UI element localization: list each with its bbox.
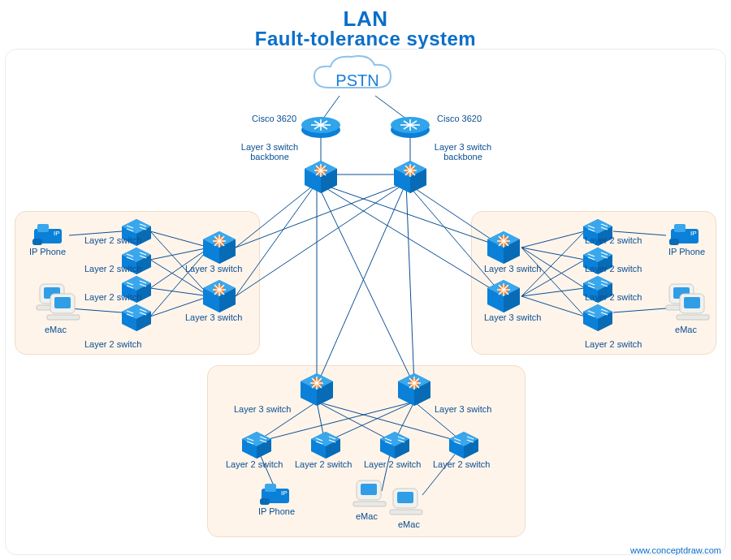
left-l2-3-label: Layer 2 switch — [84, 292, 141, 302]
bottom-emac2-icon — [390, 489, 422, 515]
bottom-l2-2-icon — [311, 432, 340, 459]
bottom-l3-2-label: Layer 3 switch — [435, 404, 491, 414]
left-l3-1-label: Layer 3 switch — [185, 264, 242, 274]
bottom-emac2-label: eMac — [398, 519, 420, 529]
bottom-ipphone-label: IP Phone — [258, 506, 295, 516]
right-l3-1-icon — [487, 231, 520, 264]
right-emac-icon-2 — [677, 294, 709, 320]
svg-line-51 — [521, 231, 585, 248]
bottom-emac1-icon — [353, 480, 386, 506]
router-1-label: Cisco 3620 — [252, 114, 296, 123]
svg-line-38 — [317, 183, 414, 386]
network-svg: IP — [0, 0, 731, 560]
router-1-icon — [301, 117, 340, 138]
svg-line-30 — [236, 183, 317, 296]
bottom-l2-1-icon — [242, 432, 271, 459]
backbone-2-label: Layer 3 switchbackbone — [430, 142, 495, 162]
svg-line-50 — [69, 308, 122, 312]
right-l3-2-icon — [487, 280, 520, 312]
left-l3-2-icon — [203, 280, 236, 312]
left-l2-2-label: Layer 2 switch — [84, 264, 141, 274]
left-ipphone-label: IP Phone — [29, 247, 66, 256]
right-l2-2-label: Layer 2 switch — [585, 264, 642, 274]
router-2-icon — [391, 117, 430, 138]
right-l3-1-label: Layer 3 switch — [484, 264, 541, 274]
pstn-label: PSTN — [335, 71, 378, 89]
left-l3-2-label: Layer 3 switch — [185, 312, 242, 322]
bottom-l3-1-icon — [301, 373, 333, 406]
bottom-l2-3-label: Layer 2 switch — [364, 459, 421, 469]
router-2-label: Cisco 3620 — [437, 114, 482, 123]
right-l3-2-label: Layer 3 switch — [484, 312, 541, 322]
bottom-l3-1-label: Layer 3 switch — [234, 404, 291, 414]
svg-line-32 — [236, 183, 406, 296]
right-ipphone-icon — [669, 224, 699, 245]
left-emac-label: eMac — [45, 325, 67, 334]
left-ipphone-icon — [32, 224, 62, 245]
svg-line-39 — [317, 183, 406, 386]
svg-line-40 — [406, 183, 414, 386]
left-l3-1-icon — [203, 231, 236, 264]
bottom-l2-4-icon — [449, 432, 478, 459]
bottom-l2-2-label: Layer 2 switch — [295, 459, 352, 469]
bottom-l2-4-label: Layer 2 switch — [433, 459, 490, 469]
right-l2-4-icon — [583, 304, 612, 331]
bottom-l2-3-icon — [380, 432, 409, 459]
right-l2-4-label: Layer 2 switch — [585, 339, 642, 349]
right-ipphone-label: IP Phone — [668, 247, 705, 256]
svg-line-35 — [406, 183, 504, 248]
svg-line-47 — [150, 288, 210, 296]
left-l2-4-icon — [122, 304, 151, 331]
svg-line-41 — [150, 231, 210, 248]
right-l2-3-label: Layer 2 switch — [585, 292, 642, 302]
backbone-l3-2-icon — [394, 161, 426, 193]
bottom-emac1-label: eMac — [356, 511, 378, 521]
svg-line-29 — [236, 183, 317, 248]
backbone-1-label: Layer 3 switchbackbone — [237, 142, 302, 162]
left-l2-1-label: Layer 2 switch — [84, 235, 141, 245]
left-l2-4-label: Layer 2 switch — [84, 339, 141, 349]
bottom-ipphone-icon — [260, 484, 289, 505]
left-emac-icon-2 — [47, 294, 80, 320]
right-l2-1-label: Layer 2 switch — [585, 235, 642, 245]
svg-line-60 — [613, 308, 666, 312]
right-emac-label: eMac — [675, 325, 697, 334]
bottom-l3-2-icon — [398, 373, 430, 406]
bottom-l2-1-label: Layer 2 switch — [226, 459, 283, 469]
svg-line-57 — [521, 288, 585, 296]
